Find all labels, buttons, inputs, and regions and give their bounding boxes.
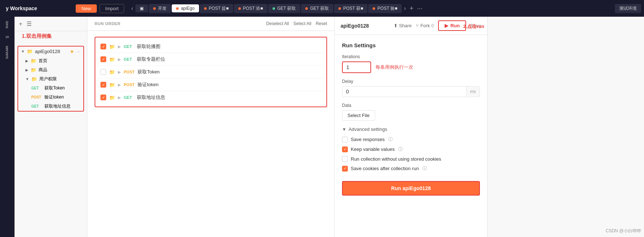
run-order-label: RUN ORDER xyxy=(95,21,120,26)
tab-get-get2[interactable]: GET 获取 xyxy=(301,4,333,13)
advanced-chevron-icon: ▼ xyxy=(342,127,346,132)
keep-variable-checkbox[interactable]: ✓ xyxy=(342,146,348,152)
tab-dot-post-val xyxy=(373,7,375,10)
share-label: Share xyxy=(399,23,412,28)
keep-variable-label: Keep variable values xyxy=(351,146,395,152)
tab-post-add[interactable]: POST 添■ xyxy=(234,4,267,13)
fork-label: Fork xyxy=(420,23,430,28)
advanced-section: ▼ Advanced settings Save responses ⓘ ✓ K… xyxy=(342,126,480,172)
sidebar-filter-button[interactable]: ☰ xyxy=(26,20,32,28)
tab-get-get1[interactable]: GET 获取 xyxy=(268,4,301,13)
save-cookies-checkbox[interactable]: ✓ xyxy=(342,166,348,172)
more-options-icon[interactable]: ··· xyxy=(76,49,80,54)
sidebar-icon-connections[interactable]: ions xyxy=(4,20,11,30)
folder-icon: 📁 xyxy=(27,49,33,54)
run-item-2-checkbox[interactable]: ✓ xyxy=(100,56,106,62)
tab-dot-dev xyxy=(153,7,156,10)
advanced-header[interactable]: ▼ Advanced settings xyxy=(342,126,480,132)
tab-prev-button[interactable]: ‹ xyxy=(130,5,135,12)
fork-icon: ⑂ xyxy=(416,23,419,28)
run-item-2-method: GET xyxy=(124,57,134,61)
run-button[interactable]: ▶ Run xyxy=(438,20,466,31)
sidebar-item-homepage[interactable]: ▶ 📁 首页 xyxy=(18,56,83,65)
import-button[interactable]: Import xyxy=(100,4,124,13)
tab-next-button[interactable]: › xyxy=(402,5,407,12)
run-order-list: ✓ 📁 ▶ GET 获取轮播图 ✓ 📁 ▶ GET 获取专题栏位 xyxy=(87,31,334,237)
sidebar-item-user-permissions[interactable]: ▼ 📁 用户权限 xyxy=(18,75,83,84)
tab-post-val-label: POST 验■ xyxy=(377,5,397,12)
delay-label: Delay xyxy=(342,79,480,84)
run-order-border: ✓ 📁 ▶ GET 获取轮播图 ✓ 📁 ▶ GET 获取专题栏位 xyxy=(95,37,327,107)
iterations-note: 每条用例执行一次 xyxy=(375,64,413,71)
sidebar-icon-servers[interactable]: servers xyxy=(4,44,11,60)
sidebar-item-get-address[interactable]: GET 获取地址信息 xyxy=(18,102,83,111)
run-item-1: ✓ 📁 ▶ GET 获取轮播图 xyxy=(98,40,323,53)
tab-apiEgo[interactable]: apiEgo xyxy=(172,4,199,12)
share-button[interactable]: ⬆ Share xyxy=(394,23,412,28)
verify-token-label: 验证token xyxy=(44,94,64,100)
delay-input[interactable] xyxy=(342,87,466,97)
fork-button[interactable]: ⑂ Fork 0 xyxy=(416,23,434,28)
monitor-icon: ▣ xyxy=(140,6,144,11)
sidebar-icon-env[interactable]: S xyxy=(4,34,11,40)
runner-header: RUN ORDER Deselect All Select All Reset xyxy=(87,17,334,31)
run-item-1-method: GET xyxy=(124,44,134,49)
tab-monitor[interactable]: ▣ xyxy=(135,4,148,12)
settings-content: Run Settings Iterations 每条用例执行一次 Delay m… xyxy=(335,35,487,237)
collection-header[interactable]: ▼ 📁 apiEgo0128 ★ ··· xyxy=(18,47,83,56)
tab-post-ti-label: POST 提■ xyxy=(209,5,229,12)
tab-dot-post-add xyxy=(238,7,241,10)
reset-button[interactable]: Reset xyxy=(316,21,327,26)
select-all-button[interactable]: Select All xyxy=(293,21,311,26)
run-item-5-method: GET xyxy=(124,95,134,100)
run-item-4: ✓ 📁 ▶ POST 验证token xyxy=(98,79,323,91)
run-collection-button[interactable]: Run apiEgo0128 xyxy=(342,181,480,196)
get-address-label: 获取地址信息 xyxy=(44,103,71,109)
run-without-cookies-checkbox[interactable] xyxy=(342,156,348,162)
tab-more-button[interactable]: ··· xyxy=(416,5,424,12)
left-icon-bar: ions S servers xyxy=(0,17,15,237)
run-item-1-checkbox[interactable]: ✓ xyxy=(100,44,106,49)
delay-row: Delay ms xyxy=(342,79,480,97)
save-responses-checkbox[interactable] xyxy=(342,137,348,142)
sidebar-add-button[interactable]: + xyxy=(18,20,23,28)
keep-variable-info-icon: ⓘ xyxy=(398,146,403,152)
star-icon[interactable]: ★ xyxy=(70,49,74,54)
tab-post-val[interactable]: POST 验■ xyxy=(368,4,402,13)
run-item-3-folder-icon: 📁 xyxy=(109,69,115,75)
deselect-all-button[interactable]: Deselect All xyxy=(266,21,289,26)
collection-item-apiEgo0128[interactable]: ▼ 📁 apiEgo0128 ★ ··· ▶ 📁 首页 ▶ 📁 商品 xyxy=(17,46,84,112)
chevron-down-icon: ▼ xyxy=(21,49,25,53)
tab-dot-get-get2 xyxy=(305,7,308,10)
folder-icon-homepage: 📁 xyxy=(31,58,36,64)
sidebar-item-post-verify-token[interactable]: POST 验证token xyxy=(18,93,83,102)
tab-dev[interactable]: 开发 xyxy=(149,4,171,13)
run-label: Run xyxy=(450,23,460,28)
select-file-button[interactable]: Select File xyxy=(342,110,375,121)
tab-get-get1-label: GET 获取 xyxy=(277,5,296,12)
run-item-2: ✓ 📁 ▶ GET 获取专题栏位 xyxy=(98,53,323,66)
run-item-4-name: 验证token xyxy=(138,81,159,88)
run-item-5-checkbox[interactable]: ✓ xyxy=(100,95,106,100)
folder-icon-products: 📁 xyxy=(31,67,36,73)
fork-count: 0 xyxy=(431,23,434,28)
chevron-right-icon: ▶ xyxy=(25,59,28,63)
run-item-3-checkbox[interactable] xyxy=(100,69,106,75)
folder-icon-permissions: 📁 xyxy=(31,76,37,82)
sidebar-item-products[interactable]: ▶ 📁 商品 xyxy=(18,65,83,75)
new-button[interactable]: New xyxy=(76,4,97,13)
env-selector[interactable]: 测试环境 xyxy=(615,4,641,13)
iterations-input-row: 每条用例执行一次 xyxy=(342,61,480,73)
tab-post-get3[interactable]: POST 获■ xyxy=(334,4,367,13)
tab-post-add-label: POST 添■ xyxy=(243,5,263,12)
tab-add-button[interactable]: + xyxy=(408,5,415,12)
run-item-5: ✓ 📁 ▶ GET 获取地址信息 xyxy=(98,91,323,104)
tab-post-ti[interactable]: POST 提■ xyxy=(200,4,233,13)
tab-post-get3-label: POST 获■ xyxy=(343,5,363,12)
tab-dot-get-get1 xyxy=(273,7,275,10)
run-item-3-method: POST xyxy=(124,70,135,74)
homepage-label: 首页 xyxy=(39,58,47,64)
iterations-input[interactable] xyxy=(342,61,371,73)
run-item-4-checkbox[interactable]: ✓ xyxy=(100,82,106,88)
sidebar-item-get-token[interactable]: GET 获取Token xyxy=(18,84,83,93)
